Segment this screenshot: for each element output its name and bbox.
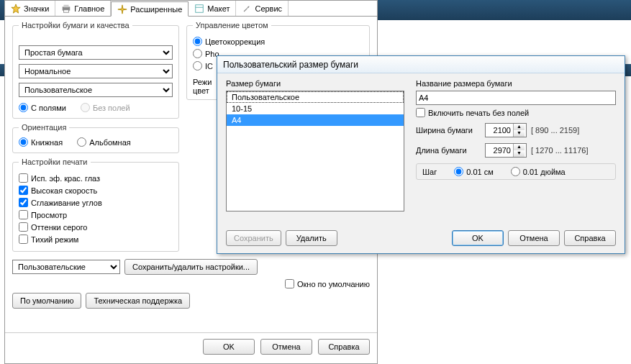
main-bottom-buttons: OK Отмена Справка — [5, 332, 377, 360]
tab-label: Расширенные — [130, 5, 182, 14]
dialog-ok-button[interactable]: OK — [452, 230, 504, 246]
svg-rect-3 — [64, 9, 69, 12]
list-item[interactable]: A4 — [227, 114, 404, 126]
gray-check[interactable]: Оттенки серого — [19, 222, 173, 232]
svg-marker-0 — [12, 4, 20, 12]
paper-width-spinner[interactable]: ▲▼ — [485, 123, 527, 137]
tab-label: Макет — [207, 4, 230, 13]
radio-label: Цветокоррекция — [205, 37, 265, 46]
tech-support-button[interactable]: Техническая поддержка — [86, 293, 190, 309]
check-label: Включить печать без полей — [428, 109, 529, 117]
length-label: Длина бумаги — [416, 146, 481, 155]
paper-size-combo[interactable]: Пользовательское — [19, 83, 173, 97]
quality-combo[interactable]: Нормальное — [19, 64, 173, 78]
sparkle-icon — [117, 4, 127, 14]
spinner-buttons[interactable]: ▲▼ — [513, 124, 525, 137]
radio-label: 0.01 см — [466, 168, 494, 176]
check-label: Оттенки серого — [31, 223, 87, 232]
with-margins-radio[interactable]: С полями — [19, 103, 66, 112]
no-margins-radio: Без полей — [81, 103, 130, 112]
width-input[interactable] — [486, 124, 513, 137]
dialog-title: Пользовательский размер бумаги — [217, 56, 625, 73]
list-item[interactable]: Пользовательское — [227, 91, 404, 103]
group-legend: Настройки бумаги и качества — [19, 21, 132, 29]
paper-quality-group: Настройки бумаги и качества Простая бума… — [12, 21, 179, 119]
paper-type-combo[interactable]: Простая бумага — [19, 45, 173, 60]
radio-label: С полями — [31, 104, 66, 112]
help-button[interactable]: Справка — [318, 339, 370, 355]
dialog-cancel-button[interactable]: Отмена — [508, 230, 560, 246]
tabs: Значки Главное Расширенные Макет Сервис — [5, 1, 377, 17]
high-speed-check[interactable]: Высокая скорость — [19, 186, 173, 195]
tab-main[interactable]: Главное — [55, 1, 111, 16]
save-button: Сохранить — [226, 230, 281, 246]
tab-service[interactable]: Сервис — [236, 1, 289, 16]
tab-advanced[interactable]: Расширенные — [111, 1, 189, 17]
check-label: Сглаживание углов — [31, 199, 102, 207]
group-legend: Настройки печати — [19, 158, 91, 166]
name-label: Название размера бумаги — [416, 79, 616, 88]
preview-check[interactable]: Просмотр — [19, 210, 173, 219]
width-range: [ 890 ... 2159] — [531, 126, 579, 135]
defaults-button[interactable]: По умолчанию — [12, 293, 81, 309]
radio-label: 0.01 дюйма — [523, 168, 566, 176]
length-range: [ 1270 ... 11176] — [531, 146, 589, 155]
spinner-buttons[interactable]: ▲▼ — [513, 144, 525, 157]
layout-icon — [194, 4, 204, 14]
tab-label: Главное — [74, 4, 104, 13]
tab-icons[interactable]: Значки — [5, 1, 55, 16]
tab-label: Значки — [24, 4, 49, 13]
default-window-check[interactable]: Окно по умолчанию — [285, 279, 370, 288]
star-icon — [11, 4, 21, 14]
paper-name-input[interactable] — [416, 91, 616, 105]
paper-length-spinner[interactable]: ▲▼ — [485, 143, 527, 158]
custom-paper-size-dialog: Пользовательский размер бумаги Размер бу… — [217, 55, 625, 254]
quiet-check[interactable]: Тихий режим — [19, 235, 173, 244]
list-item[interactable]: 10-15 — [227, 103, 404, 114]
print-options-group: Настройки печати Исп. эф. крас. глаз Выс… — [12, 158, 179, 252]
delete-button[interactable]: Удалить — [286, 230, 337, 246]
portrait-radio[interactable]: Книжная — [19, 137, 63, 147]
preset-combo[interactable]: Пользовательские — [12, 260, 120, 274]
color-correction-radio[interactable]: Цветокоррекция — [193, 37, 363, 46]
step-label: Шаг — [422, 168, 437, 176]
wrench-icon — [242, 4, 252, 14]
size-list-label: Размер бумаги — [226, 79, 404, 88]
tab-label: Сервис — [255, 4, 282, 13]
svg-marker-4 — [118, 4, 127, 13]
radio-label: Без полей — [93, 104, 130, 112]
length-input[interactable] — [486, 144, 513, 157]
check-label: Высокая скорость — [31, 186, 97, 195]
width-label: Ширина бумаги — [416, 126, 481, 135]
radio-label: Альбомная — [89, 138, 131, 147]
group-legend: Ориентация — [19, 123, 69, 132]
save-delete-settings-button[interactable]: Сохранить/удалить настройки... — [124, 259, 258, 275]
step-in-radio[interactable]: 0.01 дюйма — [511, 167, 566, 176]
printer-icon — [61, 4, 71, 14]
landscape-radio[interactable]: Альбомная — [77, 137, 131, 147]
smooth-check[interactable]: Сглаживание углов — [19, 198, 173, 207]
dialog-help-button[interactable]: Справка — [564, 230, 616, 246]
cancel-button[interactable]: Отмена — [260, 339, 312, 355]
svg-rect-5 — [196, 4, 204, 12]
paper-size-listbox[interactable]: Пользовательское 10-15 A4 — [226, 91, 404, 211]
ok-button[interactable]: OK — [203, 339, 255, 355]
check-label: Тихий режим — [31, 235, 78, 244]
radio-label: Книжная — [31, 138, 63, 147]
step-group: Шаг 0.01 см 0.01 дюйма — [416, 163, 616, 180]
borderless-check[interactable]: Включить печать без полей — [416, 108, 616, 117]
step-cm-radio[interactable]: 0.01 см — [454, 167, 494, 176]
check-label: Окно по умолчанию — [297, 280, 370, 288]
group-legend: Управление цветом — [193, 21, 271, 29]
orientation-group: Ориентация Книжная Альбомная — [12, 123, 179, 153]
svg-rect-2 — [64, 4, 69, 7]
radio-label: IC — [205, 62, 213, 70]
check-label: Просмотр — [31, 211, 67, 219]
tab-layout[interactable]: Макет — [189, 1, 236, 16]
red-eye-check[interactable]: Исп. эф. крас. глаз — [19, 173, 173, 183]
check-label: Исп. эф. крас. глаз — [31, 174, 100, 183]
